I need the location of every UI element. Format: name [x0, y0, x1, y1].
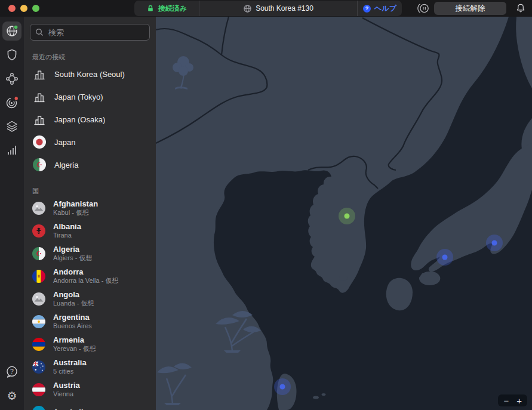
- current-server: South Korea #130: [199, 1, 357, 16]
- server-marker-taipei[interactable]: [280, 384, 285, 390]
- city-icon: [32, 90, 47, 103]
- flag-dz-icon: [32, 158, 47, 171]
- help-label: ヘルプ: [374, 4, 396, 14]
- recent-connection-label: Japan: [54, 138, 75, 147]
- server-marker-seoul[interactable]: [345, 214, 350, 219]
- recent-connection-row[interactable]: South Korea (Seoul): [24, 63, 156, 85]
- country-row[interactable]: ArmeniaYerevan - 仮想: [24, 333, 156, 356]
- recent-connection-label: Japan (Osaka): [54, 115, 105, 124]
- country-row[interactable]: AngolaLuanda - 仮想: [24, 288, 156, 310]
- help-question-icon: ?: [363, 5, 371, 13]
- country-row[interactable]: Azerbaijan: [24, 401, 156, 410]
- lock-icon: [146, 4, 155, 13]
- country-subtitle: Andorra la Vella - 仮想: [53, 277, 118, 285]
- globe-small-icon: [243, 4, 252, 13]
- map-island-jeju: [339, 276, 348, 280]
- recent-connection-row[interactable]: Algeria: [24, 153, 156, 176]
- country-row[interactable]: AlbaniaTirana: [24, 220, 156, 242]
- navigation-rail: ? ⚙: [0, 17, 24, 410]
- title-bar: 接続済み South Korea #130 ? ヘルプ 接続解除: [0, 0, 532, 17]
- rail-item-vpn[interactable]: [2, 21, 21, 41]
- country-subtitle: Luanda - 仮想: [53, 300, 94, 308]
- country-row[interactable]: AndorraAndorra la Vella - 仮想: [24, 265, 156, 288]
- flag-au-icon: [32, 360, 45, 374]
- help-bubble-icon: ?: [5, 365, 19, 379]
- flag-dz-icon: [32, 247, 45, 260]
- search-field[interactable]: [30, 24, 150, 41]
- country-row[interactable]: ArgentinaBuenos Aires: [24, 310, 156, 333]
- rail-item-presets[interactable]: [2, 117, 21, 136]
- flag-placeholder-icon: [32, 292, 45, 306]
- rail-item-settings[interactable]: ⚙: [2, 386, 21, 405]
- country-texts: ArmeniaYerevan - 仮想: [53, 335, 96, 353]
- map-zoom-control: − +: [498, 394, 527, 406]
- svg-text:?: ?: [10, 368, 14, 375]
- countries-list: AfghanistanKabul - 仮想 AlbaniaTirana Alge…: [24, 197, 156, 410]
- help-link[interactable]: ? ヘルプ: [358, 1, 402, 16]
- recent-connection-row[interactable]: Japan (Tokyo): [24, 85, 156, 108]
- country-name: Algeria: [53, 245, 92, 254]
- country-row[interactable]: AlgeriaAlgiers - 仮想: [24, 242, 156, 265]
- pause-connection-button[interactable]: [417, 2, 430, 14]
- flag-am-icon: [32, 338, 45, 351]
- country-name: Angola: [53, 290, 94, 300]
- world-map[interactable]: − +: [156, 17, 532, 410]
- layers-icon: [5, 119, 19, 134]
- map-canvas: [156, 17, 532, 410]
- minimize-window-button[interactable]: [20, 5, 27, 12]
- bell-icon: [515, 2, 527, 14]
- recent-connection-label: Japan (Tokyo): [54, 93, 103, 101]
- rail-item-shield[interactable]: [2, 45, 21, 64]
- disconnect-button[interactable]: 接続解除: [434, 2, 506, 15]
- country-row[interactable]: Australia5 cities: [24, 356, 156, 378]
- connection-status-pill: 接続済み South Korea #130 ? ヘルプ: [134, 1, 402, 16]
- server-marker-osaka[interactable]: [442, 255, 448, 260]
- zoom-window-button[interactable]: [32, 5, 39, 12]
- country-name: Austria: [53, 381, 80, 390]
- current-server-label: South Korea #130: [256, 4, 313, 13]
- country-texts: Australia5 cities: [53, 358, 87, 376]
- flag-at-icon: [32, 383, 45, 396]
- shield-icon: [5, 48, 19, 62]
- pause-icon: [417, 2, 430, 15]
- flag-ar-icon: [32, 315, 45, 328]
- country-row[interactable]: AfghanistanKabul - 仮想: [24, 197, 156, 220]
- rail-item-threat-protection[interactable]: [2, 93, 21, 112]
- flag-al-icon: [32, 224, 45, 238]
- country-subtitle: Kabul - 仮想: [53, 209, 98, 217]
- rail-item-support[interactable]: ?: [2, 362, 21, 381]
- map-land-shikoku: [419, 272, 440, 285]
- country-subtitle: Buenos Aires: [53, 322, 92, 331]
- map-land-kyushu: [386, 278, 413, 310]
- server-sidebar: 最近の接続 South Korea (Seoul) Japan (Tokyo) …: [24, 17, 156, 410]
- notification-dot: [14, 97, 19, 101]
- recent-connections-list: South Korea (Seoul) Japan (Tokyo) Japan …: [24, 63, 156, 176]
- statistics-icon: [5, 143, 19, 158]
- recent-connection-row[interactable]: Japan (Osaka): [24, 108, 156, 131]
- notifications-button[interactable]: [514, 2, 527, 14]
- country-name: Albania: [53, 222, 81, 232]
- close-window-button[interactable]: [8, 5, 16, 12]
- recent-connection-row[interactable]: Japan: [24, 131, 156, 153]
- country-texts: ArgentinaBuenos Aires: [53, 313, 92, 331]
- country-name: Australia: [53, 358, 87, 368]
- country-name: Afghanistan: [53, 199, 98, 209]
- rail-item-meshnet[interactable]: [2, 69, 21, 88]
- country-texts: AngolaLuanda - 仮想: [53, 290, 94, 308]
- search-input[interactable]: [47, 27, 144, 38]
- recent-connection-label: Algeria: [54, 161, 78, 169]
- threat-protection-icon: [5, 95, 19, 110]
- country-texts: AlbaniaTirana: [53, 222, 81, 240]
- zoom-in-button[interactable]: +: [516, 396, 522, 406]
- server-marker-tokyo[interactable]: [492, 241, 497, 246]
- flag-ad-icon: [32, 270, 45, 283]
- flag-placeholder-icon: [32, 202, 45, 215]
- map-island-small: [322, 393, 326, 396]
- connection-status: 接続済み: [134, 1, 199, 16]
- flag-az-icon: [32, 406, 45, 410]
- country-subtitle: 5 cities: [53, 368, 87, 376]
- rail-item-statistics[interactable]: [2, 141, 21, 160]
- country-row[interactable]: AustriaVienna: [24, 378, 156, 401]
- zoom-out-button[interactable]: −: [503, 396, 509, 406]
- traffic-lights: [8, 5, 39, 12]
